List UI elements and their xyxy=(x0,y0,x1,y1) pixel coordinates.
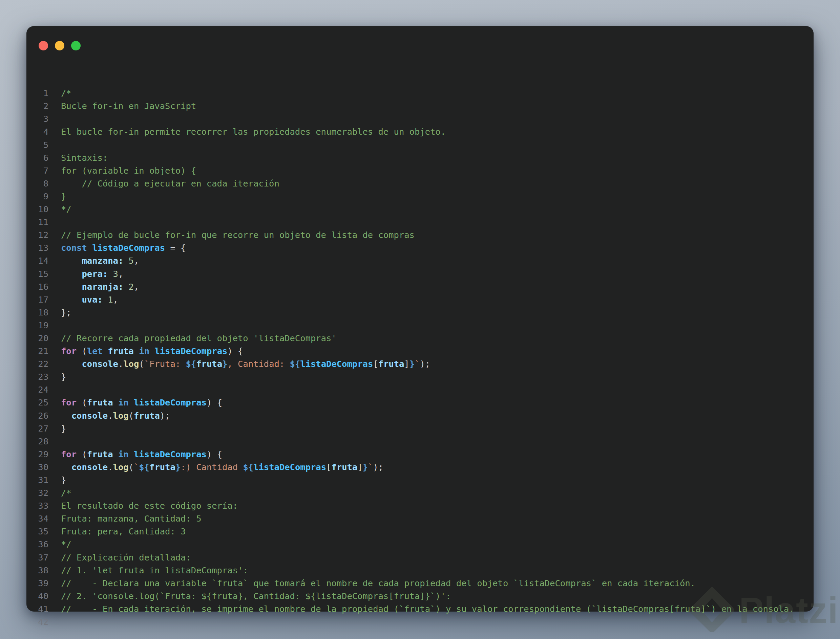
code-token: } xyxy=(222,359,227,369)
code-lines: 1/*2Bucle for-in en JavaScript34El bucle… xyxy=(26,87,814,628)
code-token: ); xyxy=(160,410,171,421)
code-line: 1/* xyxy=(26,87,814,100)
line-number: 26 xyxy=(26,409,48,422)
code-token: uva: xyxy=(81,294,102,305)
code-line: 37// Explicación detallada: xyxy=(26,551,814,564)
code-token: ) { xyxy=(227,346,243,356)
code-token xyxy=(61,256,81,266)
code-token: ( xyxy=(77,449,87,459)
code-token: , xyxy=(118,269,123,279)
code-token: for xyxy=(61,449,77,459)
code-token: ( xyxy=(129,410,134,421)
code-line: 29for (fruta in listaDeCompras) { xyxy=(26,448,814,461)
code-token: // 2. 'console.log(`Fruta: ${fruta}, Can… xyxy=(61,591,451,601)
code-token: */ xyxy=(61,204,72,214)
code-token xyxy=(129,449,134,459)
code-token: // - En cada iteración, se imprime el no… xyxy=(61,604,794,614)
code-line: 30 console.log(`${fruta}:) Cantidad ${li… xyxy=(26,461,814,474)
code-token xyxy=(108,269,113,279)
code-token: fruta xyxy=(87,449,113,459)
code-token: . xyxy=(108,462,113,472)
line-number: 11 xyxy=(26,216,48,229)
code-line: 4El bucle for-in permite recorrer las pr… xyxy=(26,125,814,138)
code-token: ( xyxy=(129,462,134,472)
code-line: 38// 1. 'let fruta in listaDeCompras': xyxy=(26,564,814,577)
code-token: } xyxy=(410,359,414,369)
code-token: console xyxy=(81,359,118,369)
line-number: 3 xyxy=(26,112,48,125)
code-token: in xyxy=(118,397,129,407)
line-number: 25 xyxy=(26,396,48,409)
code-text: for (fruta in listaDeCompras) { xyxy=(48,448,222,461)
code-line: 15 pera: 3, xyxy=(26,267,814,280)
code-line: 16 naranja: 2, xyxy=(26,280,814,293)
line-number: 21 xyxy=(26,345,48,358)
line-number: 19 xyxy=(26,319,48,332)
code-token: ); xyxy=(420,359,430,369)
close-button-icon[interactable] xyxy=(38,41,48,51)
code-text xyxy=(48,383,61,396)
code-token: ( xyxy=(139,359,144,369)
code-window: 1/*2Bucle for-in en JavaScript34El bucle… xyxy=(26,26,814,612)
code-text: for (let fruta in listaDeCompras) { xyxy=(48,345,243,358)
line-number: 29 xyxy=(26,448,48,461)
code-token: ` xyxy=(368,462,373,472)
code-token xyxy=(103,346,108,356)
code-token: // Ejemplo de bucle for-in que recorre u… xyxy=(61,230,414,240)
code-line: 27} xyxy=(26,422,814,435)
line-number: 14 xyxy=(26,254,48,267)
code-token: } xyxy=(61,191,66,201)
code-token: 2 xyxy=(129,281,134,292)
code-token: El resultado de este código sería: xyxy=(61,501,238,511)
code-token: `Fruta: xyxy=(144,359,186,369)
code-line: 5 xyxy=(26,138,814,151)
code-text: Fruta: pera, Cantidad: 3 xyxy=(48,525,186,538)
line-number: 18 xyxy=(26,306,48,319)
code-line: 39// - Declara una variable `fruta` que … xyxy=(26,577,814,590)
code-text: Fruta: manzana, Cantidad: 5 xyxy=(48,512,202,525)
code-line: 2Bucle for-in en JavaScript xyxy=(26,100,814,112)
line-number: 39 xyxy=(26,577,48,590)
line-number: 8 xyxy=(26,177,48,190)
code-token: ); xyxy=(373,462,383,472)
code-text xyxy=(48,615,61,628)
code-token: } xyxy=(61,372,66,382)
code-text: const listaDeCompras = { xyxy=(48,241,186,254)
code-text: } xyxy=(48,422,66,435)
code-token: El bucle for-in permite recorrer las pro… xyxy=(61,127,446,137)
code-text xyxy=(48,319,61,332)
line-number: 10 xyxy=(26,203,48,216)
code-token: ${ xyxy=(186,359,196,369)
code-token: = { xyxy=(165,243,186,253)
line-number: 6 xyxy=(26,151,48,164)
line-number: 31 xyxy=(26,474,48,486)
code-token: log xyxy=(113,462,129,472)
code-line: 6Sintaxis: xyxy=(26,151,814,164)
code-editor[interactable]: 1/*2Bucle for-in en JavaScript34El bucle… xyxy=(26,61,814,639)
code-token: Fruta: manzana, Cantidad: 5 xyxy=(61,513,202,524)
code-line: 33El resultado de este código sería: xyxy=(26,499,814,512)
code-token xyxy=(61,462,72,472)
code-token: console xyxy=(72,462,108,472)
minimize-button-icon[interactable] xyxy=(55,41,64,51)
code-token xyxy=(61,359,81,369)
code-text: */ xyxy=(48,538,72,551)
code-text: } xyxy=(48,370,66,383)
code-text: /* xyxy=(48,486,72,499)
line-number: 36 xyxy=(26,538,48,551)
code-text: */ xyxy=(48,203,72,216)
code-token: 3 xyxy=(113,269,118,279)
code-token: Fruta: pera, Cantidad: 3 xyxy=(61,526,186,536)
line-number: 33 xyxy=(26,499,48,512)
line-number: 32 xyxy=(26,486,48,499)
code-text: // 1. 'let fruta in listaDeCompras': xyxy=(48,564,248,577)
code-text xyxy=(48,112,61,125)
code-token: /* xyxy=(61,88,72,98)
line-number: 38 xyxy=(26,564,48,577)
zoom-button-icon[interactable] xyxy=(71,41,81,51)
code-line: 41// - En cada iteración, se imprime el … xyxy=(26,602,814,615)
code-line: 22 console.log(`Fruta: ${fruta}, Cantida… xyxy=(26,358,814,370)
line-number: 1 xyxy=(26,87,48,100)
code-text: // - Declara una variable `fruta` que to… xyxy=(48,577,695,590)
code-token: // Recorre cada propiedad del objeto 'li… xyxy=(61,333,337,343)
